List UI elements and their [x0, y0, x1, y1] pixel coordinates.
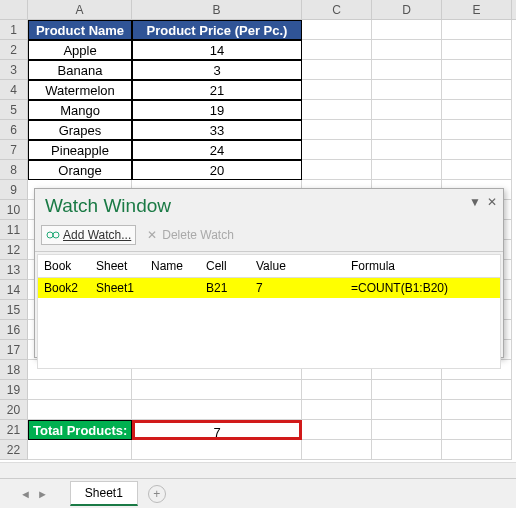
row-header[interactable]: 6	[0, 120, 28, 140]
nav-next-icon[interactable]: ►	[37, 488, 48, 500]
cell[interactable]	[302, 120, 372, 140]
header-cell[interactable]: Product Name	[28, 20, 132, 40]
cell[interactable]: Grapes	[28, 120, 132, 140]
cell[interactable]	[302, 60, 372, 80]
cell[interactable]	[372, 80, 442, 100]
row-header[interactable]: 9	[0, 180, 28, 200]
cell[interactable]	[372, 420, 442, 440]
cell[interactable]	[372, 20, 442, 40]
row-header[interactable]: 2	[0, 40, 28, 60]
cell[interactable]	[132, 400, 302, 420]
cell[interactable]	[28, 400, 132, 420]
cell[interactable]	[372, 140, 442, 160]
cell[interactable]	[372, 160, 442, 180]
cell[interactable]: 24	[132, 140, 302, 160]
row-header[interactable]: 18	[0, 360, 28, 380]
watch-col-sheet[interactable]: Sheet	[96, 259, 151, 273]
cell[interactable]	[372, 120, 442, 140]
select-all-corner[interactable]	[0, 0, 28, 19]
cell[interactable]	[372, 100, 442, 120]
row-header[interactable]: 22	[0, 440, 28, 460]
row-header[interactable]: 7	[0, 140, 28, 160]
cell[interactable]: 20	[132, 160, 302, 180]
total-label-cell[interactable]: Total Products:	[28, 420, 132, 440]
cell[interactable]	[442, 60, 512, 80]
cell[interactable]	[28, 380, 132, 400]
cell[interactable]: 14	[132, 40, 302, 60]
row-header[interactable]: 4	[0, 80, 28, 100]
cell[interactable]: Pineapple	[28, 140, 132, 160]
cell[interactable]: Mango	[28, 100, 132, 120]
watch-row[interactable]: Book2 Sheet1 B21 7 =COUNT(B1:B20)	[38, 278, 500, 298]
cell[interactable]	[372, 400, 442, 420]
cell[interactable]	[132, 380, 302, 400]
row-header[interactable]: 20	[0, 400, 28, 420]
nav-prev-icon[interactable]: ◄	[20, 488, 31, 500]
row-header[interactable]: 10	[0, 200, 28, 220]
row-header[interactable]: 8	[0, 160, 28, 180]
watch-col-value[interactable]: Value	[256, 259, 351, 273]
total-value-cell[interactable]: 7	[132, 420, 302, 440]
cell[interactable]	[372, 380, 442, 400]
add-watch-button[interactable]: Add Watch...	[41, 225, 136, 245]
row-header[interactable]: 17	[0, 340, 28, 360]
watch-col-book[interactable]: Book	[44, 259, 96, 273]
cell[interactable]	[372, 440, 442, 460]
cell[interactable]	[302, 440, 372, 460]
cell[interactable]: 19	[132, 100, 302, 120]
cell[interactable]	[442, 440, 512, 460]
watch-col-cell[interactable]: Cell	[206, 259, 256, 273]
row-header[interactable]: 15	[0, 300, 28, 320]
cell[interactable]	[442, 420, 512, 440]
header-cell[interactable]: Product Price (Per Pc.)	[132, 20, 302, 40]
cell[interactable]: Banana	[28, 60, 132, 80]
cell[interactable]	[442, 380, 512, 400]
row-header[interactable]: 12	[0, 240, 28, 260]
row-header[interactable]: 1	[0, 20, 28, 40]
cell[interactable]	[442, 160, 512, 180]
cell[interactable]	[442, 80, 512, 100]
add-sheet-button[interactable]: +	[148, 485, 166, 503]
dropdown-icon[interactable]: ▼	[469, 195, 481, 209]
watch-col-name[interactable]: Name	[151, 259, 206, 273]
cell[interactable]: Apple	[28, 40, 132, 60]
cell[interactable]	[302, 420, 372, 440]
cell[interactable]	[442, 120, 512, 140]
cell[interactable]: Watermelon	[28, 80, 132, 100]
horizontal-scrollbar[interactable]	[0, 462, 516, 478]
row-header[interactable]: 3	[0, 60, 28, 80]
cell[interactable]	[442, 40, 512, 60]
cell[interactable]	[442, 140, 512, 160]
sheet-tab[interactable]: Sheet1	[70, 481, 138, 506]
cell[interactable]	[302, 140, 372, 160]
col-header-e[interactable]: E	[442, 0, 512, 19]
col-header-b[interactable]: B	[132, 0, 302, 19]
cell[interactable]	[302, 20, 372, 40]
cell[interactable]	[302, 40, 372, 60]
col-header-a[interactable]: A	[28, 0, 132, 19]
cell[interactable]	[442, 100, 512, 120]
row-header[interactable]: 19	[0, 380, 28, 400]
cell[interactable]	[302, 160, 372, 180]
cell[interactable]	[442, 400, 512, 420]
cell[interactable]: 3	[132, 60, 302, 80]
cell[interactable]	[302, 380, 372, 400]
cell[interactable]	[132, 440, 302, 460]
row-header[interactable]: 13	[0, 260, 28, 280]
cell[interactable]	[302, 80, 372, 100]
row-header[interactable]: 21	[0, 420, 28, 440]
cell[interactable]	[372, 40, 442, 60]
cell[interactable]	[372, 60, 442, 80]
cell[interactable]	[302, 100, 372, 120]
cell[interactable]: Orange	[28, 160, 132, 180]
row-header[interactable]: 16	[0, 320, 28, 340]
cell[interactable]: 21	[132, 80, 302, 100]
col-header-c[interactable]: C	[302, 0, 372, 19]
watch-col-formula[interactable]: Formula	[351, 259, 494, 273]
row-header[interactable]: 14	[0, 280, 28, 300]
col-header-d[interactable]: D	[372, 0, 442, 19]
row-header[interactable]: 5	[0, 100, 28, 120]
cell[interactable]	[302, 400, 372, 420]
row-header[interactable]: 11	[0, 220, 28, 240]
cell[interactable]	[442, 20, 512, 40]
